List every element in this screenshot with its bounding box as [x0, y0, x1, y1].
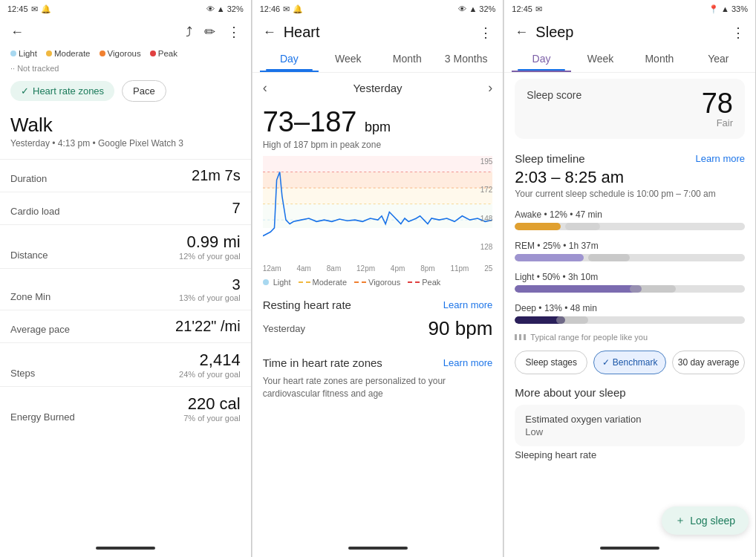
- share-button[interactable]: ⤴: [186, 25, 192, 40]
- heart-chart: 195 172 148 128 12am 4am: [263, 156, 493, 275]
- x-label-4am: 4am: [297, 264, 311, 273]
- more-button-2[interactable]: ⋮: [479, 25, 492, 41]
- date-label: Yesterday: [353, 82, 402, 94]
- tab-year-3[interactable]: Year: [689, 47, 748, 72]
- metric-energy: Energy Burned 220 cal 7% of your goal: [0, 386, 251, 430]
- more-button-3[interactable]: ⋮: [731, 25, 745, 41]
- more-button-1[interactable]: ⋮: [227, 24, 241, 40]
- y-label-172: 172: [480, 186, 493, 194]
- next-date-button[interactable]: ›: [488, 80, 492, 96]
- chart-x-labels: 12am 4am 8am 12pm 4pm 8pm 11pm 25: [263, 263, 493, 274]
- tab-month-2[interactable]: Month: [378, 47, 437, 72]
- panel2-content: ← Heart ⋮ Day Week Month 3 Months ‹ Yest…: [252, 18, 504, 539]
- stage-rem: REM • 25% • 1h 37m: [504, 236, 755, 267]
- stage-light-label: Light • 50% • 3h 10m: [515, 272, 745, 282]
- metric-label-distance: Distance: [10, 250, 48, 261]
- legend-label-moderate-2: Moderate: [313, 278, 347, 287]
- p2-header-left: ← Heart: [263, 24, 320, 41]
- x-label-4pm: 4pm: [391, 264, 405, 273]
- prev-date-button[interactable]: ‹: [263, 80, 267, 96]
- svg-rect-3: [263, 204, 493, 228]
- timeline-learn-more[interactable]: Learn more: [696, 153, 745, 164]
- metric-value-steps: 2,414: [179, 351, 241, 370]
- status-time-1: 12:45 ✉ 🔔: [7, 4, 51, 14]
- tab-week-3[interactable]: Week: [571, 47, 630, 72]
- zone-time-section: Time in heart rate zones Learn more: [252, 348, 504, 372]
- metric-val-cardio: 7: [232, 200, 241, 217]
- pace-btn-label: Pace: [133, 85, 155, 97]
- metric-sub-distance: 12% of your goal: [179, 252, 241, 261]
- metric-duration: Duration 21m 7s: [0, 159, 251, 192]
- x-label-8am: 8am: [327, 264, 341, 273]
- resting-bpm: 90 bpm: [428, 317, 493, 339]
- legend-label-vigorous: Vigorous: [108, 49, 141, 58]
- alert-icon-2: 🔔: [293, 4, 303, 14]
- benchmark-button[interactable]: ✓ Benchmark: [593, 351, 666, 374]
- sleep-timeline-header: Sleep timeline Learn more: [504, 145, 755, 166]
- back-button-2[interactable]: ←: [263, 25, 276, 40]
- mail-icon-3: ✉: [535, 4, 542, 14]
- tab-label-month-2: Month: [393, 53, 422, 65]
- tab-month-3[interactable]: Month: [630, 47, 688, 72]
- zone-learn-more[interactable]: Learn more: [443, 357, 492, 368]
- bottom-bar-2: [252, 539, 504, 557]
- resting-learn-more[interactable]: Learn more: [443, 299, 492, 310]
- legend-moderate: Moderate: [46, 49, 91, 58]
- x-label-12am: 12am: [263, 264, 281, 273]
- edit-button[interactable]: ✏: [204, 24, 215, 40]
- tab-day-3[interactable]: Day: [512, 47, 570, 72]
- back-button-3[interactable]: ←: [515, 25, 528, 40]
- legend-line-peak: [408, 281, 420, 283]
- tab-day-2[interactable]: Day: [260, 47, 319, 72]
- tab-week-2[interactable]: Week: [319, 47, 377, 72]
- legend-label-peak: Peak: [158, 49, 177, 58]
- tab-label-3months-2: 3 Months: [445, 53, 488, 65]
- resting-hr-section: Resting heart rate Learn more: [252, 290, 504, 314]
- activity-title: Walk: [0, 109, 251, 138]
- log-sleep-label: Log sleep: [690, 515, 735, 527]
- sleep-stages-label: Sleep stages: [526, 357, 577, 368]
- heart-rate-zones-button[interactable]: ✓ Heart rate zones: [10, 81, 114, 101]
- not-tracked-label: Not tracked: [17, 64, 59, 73]
- sleep-schedule-text: Your current sleep schedule is 10:00 pm …: [504, 189, 755, 205]
- sleep-score-right: 78 Fair: [702, 89, 733, 128]
- metric-value-pace: 21'22" /mi: [175, 318, 241, 335]
- metric-value-energy: 220 cal: [183, 394, 240, 414]
- plus-icon: ＋: [675, 514, 685, 527]
- metric-sub-energy: 7% of your goal: [183, 414, 240, 423]
- metric-val-duration: 21m 7s: [192, 167, 241, 184]
- metric-label-steps: Steps: [10, 368, 35, 379]
- legend-row-2: ·· Not tracked: [0, 61, 251, 76]
- x-label-12pm: 12pm: [356, 264, 375, 273]
- typical-range-icon: [515, 334, 527, 340]
- log-sleep-button[interactable]: ＋ Log sleep: [662, 506, 749, 535]
- battery-2: 32%: [479, 4, 495, 13]
- metric-label-duration: Duration: [10, 173, 47, 184]
- p1-header: ← ⤴ ✏ ⋮: [0, 18, 251, 46]
- wifi-icon-3: ▲: [721, 4, 729, 13]
- typical-range-label: Typical range for people like you: [504, 330, 755, 345]
- back-button-1[interactable]: ←: [10, 25, 24, 40]
- legend-peak-2: Peak: [408, 278, 440, 287]
- zone-title: Time in heart rate zones: [263, 356, 382, 369]
- bottom-bar-1: [0, 539, 251, 557]
- p3-header-left: ← Sleep: [515, 24, 573, 41]
- pace-button[interactable]: Pace: [122, 80, 166, 102]
- metric-sub-steps: 24% of your goal: [179, 370, 241, 379]
- tab-3months-2[interactable]: 3 Months: [437, 47, 495, 72]
- wifi-icon-2: ▲: [469, 4, 477, 13]
- metric-value-zone: 3: [179, 276, 241, 293]
- zone-legend: Light Moderate Vigorous Peak: [0, 46, 251, 61]
- legend-dot-light-2: [263, 279, 269, 285]
- legend-dot-vigorous: [100, 51, 105, 56]
- legend-label-light: Light: [19, 49, 37, 58]
- mail-icon: ✉: [31, 4, 38, 14]
- sleep-tabs: Day Week Month Year: [504, 47, 755, 73]
- legend-line-vigorous: [354, 281, 366, 283]
- sleep-stages-button[interactable]: Sleep stages: [515, 351, 587, 374]
- 30day-button[interactable]: 30 day average: [672, 351, 745, 374]
- metric-val-distance: 0.99 mi 12% of your goal: [179, 232, 241, 261]
- legend-light: Light: [10, 49, 37, 58]
- y-label-195: 195: [480, 157, 493, 166]
- x-label-11pm: 11pm: [450, 264, 469, 273]
